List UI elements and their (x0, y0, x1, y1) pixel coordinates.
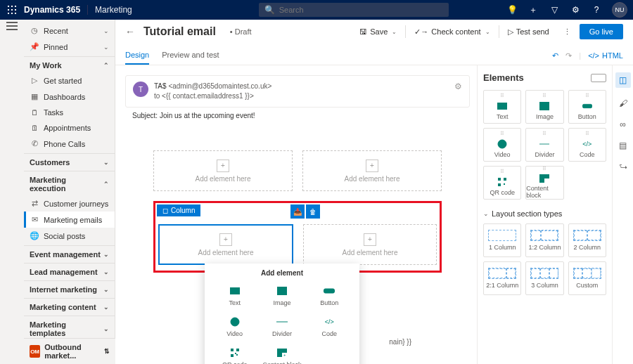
delete-icon[interactable]: 🗑 (306, 204, 320, 219)
nav-social-posts[interactable]: 🌐Social posts (24, 228, 115, 244)
nav-customer-journeys[interactable]: ⇄Customer journeys (24, 195, 115, 212)
tab-design[interactable]: Design (125, 46, 149, 65)
element-video[interactable]: ⠿Video (483, 128, 521, 162)
svg-rect-16 (231, 349, 234, 351)
ab-test-tab-icon[interactable]: ⮑ (618, 161, 629, 172)
nav-dashboards[interactable]: ▦Dashboards (24, 89, 115, 105)
layout-1-column[interactable]: 1 Column (483, 223, 521, 257)
item-label: 3 Column (531, 282, 558, 289)
section-label: Lead management (30, 268, 98, 276)
filter-icon[interactable]: ▽ (549, 4, 560, 15)
dropzone[interactable]: +Add element here (153, 150, 293, 191)
svg-rect-7 (11, 13, 13, 14)
popup-item-video[interactable]: Video (212, 312, 257, 342)
nav-label: Dashboards (44, 93, 85, 101)
layout-3-column[interactable]: 3 Column (525, 261, 563, 295)
popup-item-divider[interactable]: Divider (259, 312, 305, 342)
divider: | (579, 51, 581, 60)
dropzone-selected[interactable]: +Add element here (158, 224, 293, 265)
search-input[interactable] (279, 6, 443, 14)
email-header[interactable]: T TA$ <admin@d365domaintest.co.uk> to <{… (125, 75, 470, 108)
app-launcher-icon[interactable] (6, 4, 18, 16)
assistant-icon[interactable]: 💡 (506, 4, 518, 15)
item-label: Code (322, 330, 338, 337)
section-label: Event management (30, 250, 101, 259)
layout-1-2-column[interactable]: 1:2 Column (525, 223, 563, 257)
layout-section-header[interactable]: ⌄Layout section types (483, 209, 606, 218)
test-send-button[interactable]: ▷Test send (502, 25, 555, 39)
section-marketing-templates[interactable]: Marketing templates⌄ (24, 316, 115, 340)
divider (405, 25, 406, 38)
grip-icon: ⠿ (500, 93, 504, 99)
save-button[interactable]: 🖫Save⌄ (354, 25, 402, 39)
nav-appointments[interactable]: 🗓Appointments (24, 120, 115, 136)
check-content-button[interactable]: ✓→Check content⌄ (409, 25, 495, 39)
user-avatar[interactable]: NU (612, 2, 627, 18)
styles-tab-icon[interactable]: 🖌 (618, 98, 629, 109)
settings-icon[interactable]: ⚙ (570, 4, 581, 15)
panel-toggle[interactable] (591, 74, 606, 82)
nav-label: Pinned (44, 43, 68, 51)
nav-get-started[interactable]: ▷Get started (24, 72, 115, 89)
dropzone[interactable]: +Add element here (302, 150, 442, 191)
inbox-icon[interactable]: 📥 (290, 204, 305, 219)
layout-custom[interactable]: Custom (568, 261, 606, 295)
dropzone[interactable]: +Add element here (303, 224, 437, 265)
nav-phone-calls[interactable]: ✆Phone Calls (24, 136, 115, 152)
add-icon[interactable]: ＋ (528, 4, 539, 15)
layout-2-column[interactable]: 2 Column (568, 223, 606, 257)
popup-item-image[interactable]: Image (259, 281, 305, 311)
chevron-down-icon: ⌄ (103, 44, 109, 51)
help-icon[interactable]: ? (591, 4, 602, 15)
area-switcher[interactable]: OM Outbound market... ⇅ (24, 338, 115, 364)
go-live-button[interactable]: Go live (580, 24, 623, 39)
popup-item-text[interactable]: AbcText (212, 281, 257, 311)
element-image[interactable]: ⠿Image (525, 90, 563, 124)
connections-tab-icon[interactable]: ∞ (618, 119, 629, 130)
redo-button[interactable]: ↷ (565, 51, 572, 60)
layout-preview (488, 268, 516, 279)
global-search[interactable]: 🔍 (259, 3, 449, 17)
section-marketing-content[interactable]: Marketing content⌄ (24, 298, 115, 314)
nav-tasks[interactable]: 🗒Tasks (24, 105, 115, 120)
html-toggle[interactable]: </>HTML (588, 51, 623, 60)
element-text[interactable]: ⠿AbcText (483, 90, 521, 124)
element-content-block[interactable]: ⠿Content block (525, 166, 563, 200)
section-event-mgmt[interactable]: Event management⌄ (24, 245, 115, 261)
element-qrcode[interactable]: ⠿QR code (483, 166, 521, 200)
app-name: Marketing (87, 5, 132, 15)
section-lead-mgmt[interactable]: Lead management⌄ (24, 263, 115, 279)
phone-icon: ✆ (30, 139, 39, 148)
grip-icon: ⠿ (542, 93, 546, 99)
layout-2-1-column[interactable]: 2:1 Column (483, 261, 521, 295)
column-label[interactable]: ◻ Column (157, 204, 200, 216)
popup-item-content-block[interactable]: +Content block (259, 343, 305, 364)
nav-recent[interactable]: ◷Recent⌄ (24, 22, 115, 39)
section-internet-marketing[interactable]: Internet marketing⌄ (24, 280, 115, 297)
element-code[interactable]: ⠿</>Code (568, 128, 606, 162)
button-icon (582, 101, 592, 111)
nav-marketing-emails[interactable]: ✉Marketing emails (24, 212, 115, 228)
popup-item-button[interactable]: Button (307, 281, 352, 311)
elements-tab-icon[interactable]: ◫ (615, 72, 631, 88)
section-marketing-execution[interactable]: Marketing execution⌃ (24, 171, 115, 195)
header-settings-icon[interactable]: ⚙ (454, 82, 462, 101)
nav-pinned[interactable]: 📌Pinned⌄ (24, 39, 115, 55)
popup-item-qrcode[interactable]: QR code (212, 343, 257, 364)
back-button[interactable]: ← (125, 26, 135, 37)
hamburger-icon[interactable] (6, 25, 18, 27)
element-button[interactable]: ⠿Button (568, 90, 606, 124)
undo-button[interactable]: ↶ (552, 51, 558, 60)
popup-item-code[interactable]: </>Code (307, 312, 352, 342)
tab-preview[interactable]: Preview and test (162, 46, 219, 65)
section-customers[interactable]: Customers⌄ (24, 153, 115, 169)
item-label: Image (273, 299, 290, 306)
history-tab-icon[interactable]: ▤ (618, 140, 629, 151)
more-button[interactable]: ⋮ (558, 25, 577, 39)
element-divider[interactable]: ⠿Divider (525, 128, 563, 162)
section-label: Layout section types (492, 209, 562, 218)
section-my-work[interactable]: My Work⌃ (24, 56, 115, 72)
email-canvas: +Add element here +Add element here ◻ Co… (125, 129, 470, 280)
chevron-down-icon: ⌄ (103, 325, 109, 332)
item-label: Content block (262, 361, 301, 364)
